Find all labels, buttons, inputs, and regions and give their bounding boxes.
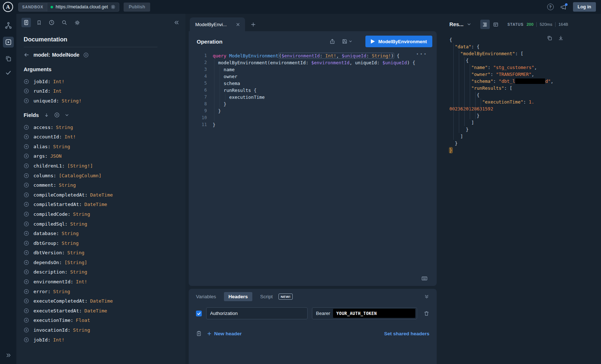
add-to-query-icon[interactable]: [24, 173, 29, 178]
collapse-docs-icon[interactable]: [174, 20, 180, 25]
add-to-query-icon[interactable]: [24, 79, 29, 84]
field-name[interactable]: comment:: [33, 182, 56, 188]
field-type[interactable]: String: [59, 182, 76, 188]
add-fields-icon[interactable]: [54, 112, 60, 118]
add-to-query-icon[interactable]: [24, 125, 29, 130]
field-name[interactable]: description:: [33, 269, 68, 275]
add-to-query-icon[interactable]: [24, 279, 29, 284]
add-to-query-icon[interactable]: [24, 153, 29, 159]
field-name[interactable]: accountId:: [33, 134, 62, 139]
field-name[interactable]: access:: [33, 125, 53, 130]
collections-icon[interactable]: [5, 55, 12, 62]
add-to-query-icon[interactable]: [24, 250, 29, 255]
field-name[interactable]: columns:: [33, 173, 56, 178]
argument-type[interactable]: Int: [53, 88, 61, 94]
add-to-query-icon[interactable]: [24, 211, 29, 217]
close-tab-icon[interactable]: [236, 22, 240, 27]
field-type[interactable]: String: [56, 125, 73, 130]
checks-icon[interactable]: [5, 69, 12, 76]
field-name[interactable]: jobId:: [33, 337, 51, 343]
field-type[interactable]: JSON: [50, 153, 61, 159]
header-enabled-checkbox[interactable]: [196, 311, 202, 316]
share-icon[interactable]: [329, 39, 335, 44]
field-name[interactable]: invocationId:: [33, 327, 71, 333]
argument-type[interactable]: Int!: [53, 79, 64, 84]
field-name[interactable]: executionTime:: [33, 318, 73, 323]
add-to-query-icon[interactable]: [24, 88, 29, 94]
add-to-query-icon[interactable]: [24, 231, 29, 236]
field-type[interactable]: String: [53, 289, 70, 294]
field-name[interactable]: dependsOn:: [33, 260, 62, 265]
add-to-query-icon[interactable]: [24, 163, 29, 169]
publish-button[interactable]: Publish: [124, 3, 150, 12]
field-type[interactable]: [CatalogColumn]: [59, 173, 101, 178]
field-type[interactable]: Int!: [64, 134, 76, 139]
save-icon[interactable]: [342, 39, 352, 44]
field-name[interactable]: compileStartedAt:: [33, 202, 82, 207]
table-view-icon[interactable]: [493, 22, 498, 27]
sort-fields-icon[interactable]: [44, 113, 49, 118]
argument-name[interactable]: jobId:: [33, 79, 51, 84]
add-to-query-icon[interactable]: [24, 327, 29, 333]
header-value-field[interactable]: Bearer YOUR_AUTH_TOKEN: [312, 307, 417, 319]
new-tab-icon[interactable]: [251, 22, 256, 27]
schema-icon[interactable]: [5, 22, 12, 29]
help-icon[interactable]: ?: [547, 4, 554, 10]
field-type[interactable]: DateTime: [90, 192, 113, 198]
query-editor[interactable]: 1query ModelByEnvironment($environmentId…: [189, 50, 437, 286]
field-name[interactable]: environmentId:: [33, 279, 73, 284]
collapse-request-panel-icon[interactable]: [424, 294, 429, 299]
add-to-query-icon[interactable]: [24, 221, 29, 227]
breadcrumb-type-link[interactable]: ModelNode: [52, 52, 79, 58]
field-type[interactable]: DateTime: [84, 308, 107, 314]
field-name[interactable]: executeCompletedAt:: [33, 298, 88, 304]
field-type[interactable]: String: [73, 327, 90, 333]
delete-header-icon[interactable]: [424, 311, 429, 316]
download-response-icon[interactable]: [558, 35, 564, 41]
response-title[interactable]: Res...: [449, 21, 464, 27]
field-name[interactable]: dbtVersion:: [33, 250, 65, 255]
fields-chevron-down-icon[interactable]: [65, 113, 69, 117]
field-name[interactable]: compiledSql:: [33, 221, 68, 227]
field-name[interactable]: executeStartedAt:: [33, 308, 82, 314]
add-to-query-icon[interactable]: [24, 289, 29, 294]
field-type[interactable]: [String!]: [67, 163, 93, 169]
add-to-query-icon[interactable]: [24, 98, 29, 104]
endpoint-settings-gear-icon[interactable]: [111, 4, 116, 9]
add-to-query-icon[interactable]: [24, 318, 29, 323]
copy-response-icon[interactable]: [547, 35, 552, 41]
field-type[interactable]: [String]: [64, 260, 87, 265]
field-name[interactable]: database:: [33, 231, 59, 236]
add-to-query-icon[interactable]: [24, 144, 29, 149]
field-name[interactable]: compileCompletedAt:: [33, 192, 88, 198]
field-type[interactable]: String: [53, 144, 70, 149]
login-button[interactable]: Log in: [573, 2, 596, 12]
field-type[interactable]: String: [70, 269, 87, 275]
add-to-query-icon[interactable]: [24, 134, 29, 139]
bookmark-icon[interactable]: [34, 18, 44, 27]
add-to-query-icon[interactable]: [24, 269, 29, 275]
add-to-query-icon[interactable]: [24, 240, 29, 246]
add-to-query-icon[interactable]: [24, 202, 29, 207]
add-to-query-icon[interactable]: [24, 192, 29, 198]
add-to-query-icon[interactable]: [24, 308, 29, 314]
field-name[interactable]: error:: [33, 289, 51, 294]
set-shared-headers-button[interactable]: Set shared headers: [384, 331, 429, 336]
operation-tab[interactable]: ModelByEnvi...: [190, 17, 245, 31]
auth-token-value[interactable]: YOUR_AUTH_TOKEN: [333, 309, 415, 318]
field-name[interactable]: childrenL1:: [33, 163, 65, 169]
field-type[interactable]: String: [67, 250, 84, 255]
field-type[interactable]: String: [61, 240, 79, 246]
history-icon[interactable]: [47, 18, 56, 27]
field-type[interactable]: Int!: [76, 279, 87, 284]
add-to-query-icon[interactable]: [24, 298, 29, 304]
field-name[interactable]: dbtGroup:: [33, 240, 59, 246]
expand-rail-icon[interactable]: [5, 352, 11, 358]
explorer-settings-gear-icon[interactable]: [72, 18, 82, 27]
add-to-query-icon[interactable]: [24, 182, 29, 188]
explorer-icon[interactable]: [3, 37, 14, 48]
tab-headers[interactable]: Headers: [224, 292, 252, 301]
field-type[interactable]: Int!: [53, 337, 64, 343]
field-type[interactable]: String: [70, 221, 87, 227]
back-icon[interactable]: [24, 52, 29, 58]
